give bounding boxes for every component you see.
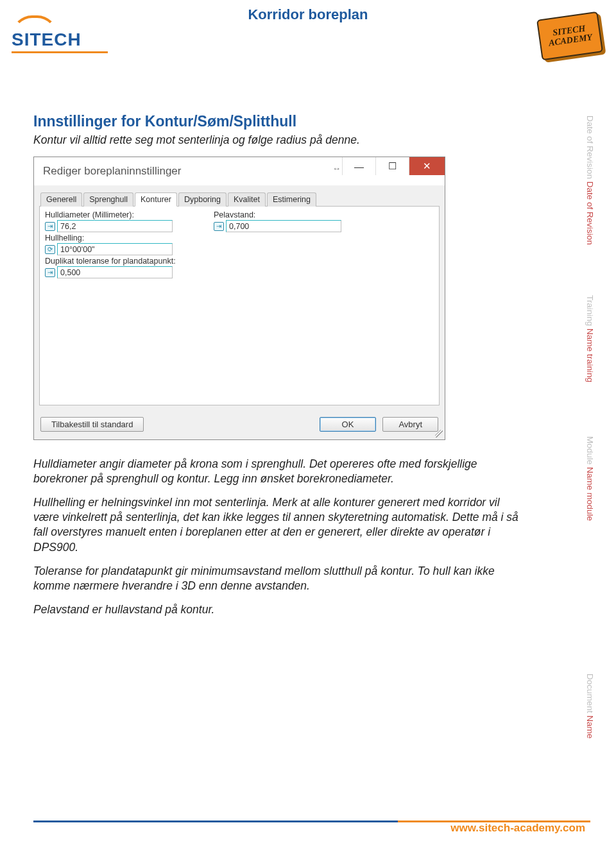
label-duplikat: Duplikat toleranse for plandatapunkt: bbox=[45, 257, 434, 266]
reset-button[interactable]: Tilbakestill til standard bbox=[40, 417, 144, 432]
logo-underline bbox=[12, 51, 108, 53]
resize-grip-icon[interactable] bbox=[435, 430, 443, 438]
label-hulldiameter: Hulldiameter (Millimeter): bbox=[45, 210, 173, 219]
window-buttons: — ☐ ✕ bbox=[342, 157, 445, 185]
angle-icon bbox=[45, 245, 55, 254]
paragraph-hulldiameter: Hulldiameter angir diameter på krona som… bbox=[33, 457, 521, 486]
meta-module-value: Name module bbox=[585, 467, 595, 521]
label-pelavstand: Pelavstand: bbox=[214, 210, 341, 219]
sitech-logo: SITECH bbox=[12, 22, 114, 54]
input-hulldiameter[interactable]: 76,2 bbox=[57, 220, 173, 232]
tab-konturer[interactable]: Konturer bbox=[135, 192, 177, 207]
page-header: Korridor boreplan SITECH SITECH ACADEMY bbox=[0, 4, 616, 58]
input-duplikat[interactable]: 0,500 bbox=[57, 266, 173, 278]
meta-revision-value: Date of Revision bbox=[585, 182, 595, 245]
width-icon: ⇥ bbox=[45, 222, 55, 231]
main-content: Innstillinger for Kontur/Søm/Splitthull … bbox=[33, 113, 521, 626]
tab-strip: Generell Sprenghull Konturer Dypboring K… bbox=[39, 192, 440, 207]
meta-module: Module Name module bbox=[585, 436, 595, 521]
tab-estimering[interactable]: Estimering bbox=[267, 192, 316, 207]
footer-url: www.sitech-academy.com bbox=[450, 822, 585, 835]
meta-training-value: Name training bbox=[585, 328, 595, 382]
meta-revision-label: Date of Revision bbox=[585, 115, 595, 179]
section-intro: Kontur vil alltid rette seg mot senterli… bbox=[33, 133, 521, 148]
dialog-button-row: Tilbakestill til standard OK Avbryt bbox=[34, 411, 445, 439]
width-icon: ⇥ bbox=[214, 222, 224, 231]
tab-sprenghull[interactable]: Sprenghull bbox=[83, 192, 133, 207]
ok-button[interactable]: OK bbox=[320, 417, 377, 432]
dialog-title: Rediger boreplaninnstillinger bbox=[43, 165, 181, 178]
cancel-button[interactable]: Avbryt bbox=[382, 417, 438, 432]
tab-generell[interactable]: Generell bbox=[40, 192, 82, 207]
meta-document: Document Name bbox=[585, 674, 595, 738]
input-pelavstand[interactable]: 0,700 bbox=[226, 220, 341, 232]
tab-dypboring[interactable]: Dypboring bbox=[178, 192, 227, 207]
field-hullhelling: Hullhelling: 10°00'00" bbox=[45, 234, 434, 255]
paragraph-pelavstand: Pelavstand er hullavstand på kontur. bbox=[33, 602, 521, 617]
dialog-body: Generell Sprenghull Konturer Dypboring K… bbox=[34, 185, 445, 411]
input-hullhelling[interactable]: 10°00'00" bbox=[57, 243, 173, 255]
close-button[interactable]: ✕ bbox=[409, 157, 445, 175]
tab-kvalitet[interactable]: Kvalitet bbox=[228, 192, 266, 207]
footer-rule-blue bbox=[33, 820, 398, 822]
field-pelavstand: Pelavstand: ⇥ 0,700 bbox=[214, 210, 341, 232]
tab-panel-konturer: Hulldiameter (Millimeter): ⇥ 76,2 Pelavs… bbox=[39, 207, 440, 405]
meta-training-label: Training bbox=[585, 295, 595, 326]
meta-training: Training Name training bbox=[585, 295, 595, 382]
side-metadata: Date of Revision Date of Revision Traini… bbox=[585, 115, 598, 757]
meta-document-label: Document bbox=[585, 674, 595, 713]
minimize-button[interactable]: — bbox=[342, 157, 375, 175]
settings-dialog: Rediger boreplaninnstillinger ↔ — ☐ ✕ Ge… bbox=[33, 157, 445, 440]
paragraph-hullhelling: Hullhelling er helningsvinkel inn mot se… bbox=[33, 495, 521, 554]
section-heading: Innstillinger for Kontur/Søm/Splitthull bbox=[33, 113, 521, 130]
meta-revision: Date of Revision Date of Revision bbox=[585, 115, 595, 245]
resize-horizontal-icon[interactable]: ↔ bbox=[332, 164, 341, 173]
meta-document-value: Name bbox=[585, 715, 595, 738]
maximize-button[interactable]: ☐ bbox=[375, 157, 409, 175]
academy-badge: SITECH ACADEMY bbox=[536, 12, 603, 61]
document-title: Korridor boreplan bbox=[0, 6, 616, 23]
width-icon: ⇥ bbox=[45, 268, 55, 277]
page-footer: www.sitech-academy.com bbox=[0, 812, 616, 831]
field-duplikat-toleranse: Duplikat toleranse for plandatapunkt: ⇥ … bbox=[45, 257, 434, 278]
logo-text: SITECH bbox=[12, 30, 81, 50]
paragraph-toleranse: Toleranse for plandatapunkt gir minimums… bbox=[33, 564, 521, 593]
label-hullhelling: Hullhelling: bbox=[45, 234, 434, 242]
field-hulldiameter: Hulldiameter (Millimeter): ⇥ 76,2 bbox=[45, 210, 173, 232]
meta-module-label: Module bbox=[585, 436, 595, 464]
dialog-titlebar[interactable]: Rediger boreplaninnstillinger ↔ — ☐ ✕ bbox=[34, 157, 445, 185]
